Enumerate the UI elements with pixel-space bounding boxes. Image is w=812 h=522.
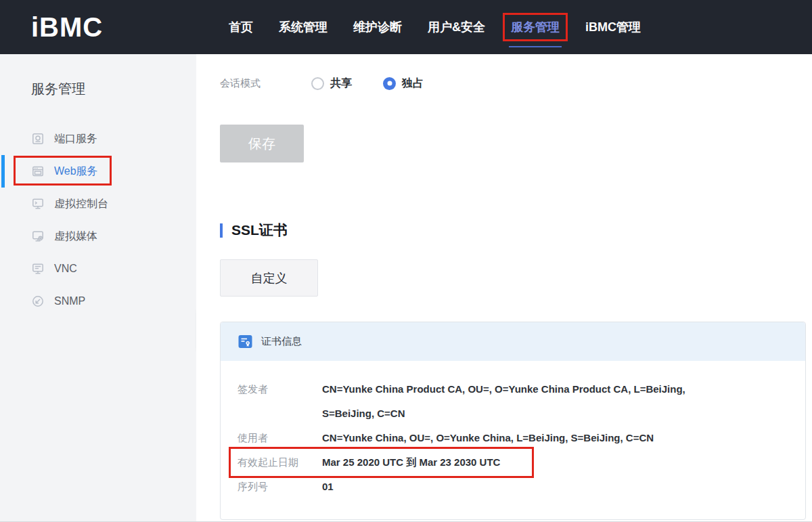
certificate-info-panel: 证书信息 签发者 CN=Yunke China Product CA, OU=,…: [220, 322, 806, 520]
cert-row-value: CN=Yunke China Product CA, OU=, O=Yunke …: [322, 377, 711, 426]
port-icon: [31, 132, 45, 146]
cert-row-value: Mar 25 2020 UTC 到 Mar 23 2030 UTC: [322, 450, 500, 475]
ssl-section-title: SSL证书: [220, 221, 812, 240]
sidebar-item-label: 端口服务: [54, 132, 97, 146]
custom-certificate-button[interactable]: 自定义: [220, 259, 318, 297]
radio-option-exclusive[interactable]: 独占: [383, 77, 424, 91]
sidebar-item-virtual-media[interactable]: 虚拟媒体: [0, 220, 196, 253]
sidebar-item-label: 虚拟控制台: [54, 197, 108, 211]
sidebar-item-label: SNMP: [54, 295, 85, 307]
cert-row-label: 序列号: [238, 475, 322, 499]
cert-row-value: 01: [322, 475, 334, 499]
session-mode-label: 会话模式: [220, 77, 311, 90]
sidebar-item-label: 虚拟媒体: [54, 230, 97, 244]
snmp-icon: [31, 295, 45, 308]
certificate-panel-header: 证书信息: [221, 322, 805, 361]
sidebar: 服务管理 端口服务 Web服务 虚拟控制台 虚拟媒体: [0, 54, 196, 521]
cert-row-issuer: 签发者 CN=Yunke China Product CA, OU=, O=Yu…: [238, 377, 788, 426]
web-icon: [31, 165, 45, 178]
ibmc-logo: iBMC: [31, 12, 103, 43]
sidebar-item-label: VNC: [54, 263, 77, 275]
annotation-box-validity-dates: 有效起止日期 Mar 25 2020 UTC 到 Mar 23 2030 UTC: [229, 447, 534, 478]
nav-item-maintenance[interactable]: 维护诊断: [345, 13, 410, 41]
session-mode-row: 会话模式 共享 独占: [220, 76, 812, 91]
sidebar-item-vnc[interactable]: VNC: [0, 253, 196, 285]
main-content: 会话模式 共享 独占 保存 SSL证书 自定义: [196, 54, 812, 521]
cert-row-label: 有效起止日期: [238, 450, 322, 475]
ssl-title-text: SSL证书: [231, 221, 288, 240]
console-icon: [31, 197, 45, 211]
sidebar-item-virtual-console[interactable]: 虚拟控制台: [0, 188, 196, 220]
vnc-icon: [31, 262, 45, 276]
nav-item-user-security[interactable]: 用户&安全: [420, 13, 493, 41]
cert-row-value: CN=Yunke China, OU=, O=Yunke China, L=Be…: [322, 426, 654, 450]
top-nav: 首页 系统管理 维护诊断 用户&安全 服务管理 iBMC管理: [221, 0, 658, 54]
certificate-panel-body: 签发者 CN=Yunke China Product CA, OU=, O=Yu…: [221, 361, 805, 519]
nav-item-ibmc-mgmt[interactable]: iBMC管理: [577, 13, 649, 41]
nav-item-home[interactable]: 首页: [221, 13, 261, 41]
media-icon: [31, 230, 45, 243]
radio-label-exclusive: 独占: [402, 77, 424, 91]
certificate-icon: [238, 334, 252, 349]
cert-row-subject: 使用者 CN=Yunke China, OU=, O=Yunke China, …: [238, 426, 788, 450]
save-button[interactable]: 保存: [220, 125, 304, 162]
radio-label-shared: 共享: [330, 77, 352, 91]
nav-item-system-mgmt[interactable]: 系统管理: [271, 13, 336, 41]
radio-checked-icon[interactable]: [383, 77, 396, 90]
nav-item-service-mgmt[interactable]: 服务管理: [503, 13, 568, 41]
cert-row-serial-number: 序列号 01: [238, 475, 788, 499]
sidebar-menu: 端口服务 Web服务 虚拟控制台 虚拟媒体 VNC: [0, 123, 196, 318]
cert-row-label: 签发者: [238, 377, 322, 426]
top-header: iBMC 首页 系统管理 维护诊断 用户&安全 服务管理 iBMC管理: [0, 0, 812, 54]
section-accent-bar: [220, 223, 223, 238]
sidebar-item-port-service[interactable]: 端口服务: [0, 123, 196, 155]
radio-unchecked-icon[interactable]: [311, 77, 324, 90]
sidebar-item-snmp[interactable]: SNMP: [0, 285, 196, 318]
sidebar-item-label: Web服务: [54, 165, 98, 179]
radio-option-shared[interactable]: 共享: [311, 77, 352, 91]
sidebar-title: 服务管理: [0, 54, 196, 98]
cert-row-label: 使用者: [238, 426, 322, 450]
session-mode-radio-group: 共享 独占: [311, 77, 455, 91]
sidebar-item-web-service[interactable]: Web服务: [0, 155, 196, 188]
active-indicator-bar: [1, 155, 5, 188]
certificate-panel-title: 证书信息: [261, 335, 302, 348]
cert-row-validity: 有效起止日期 Mar 25 2020 UTC 到 Mar 23 2030 UTC: [238, 450, 500, 475]
